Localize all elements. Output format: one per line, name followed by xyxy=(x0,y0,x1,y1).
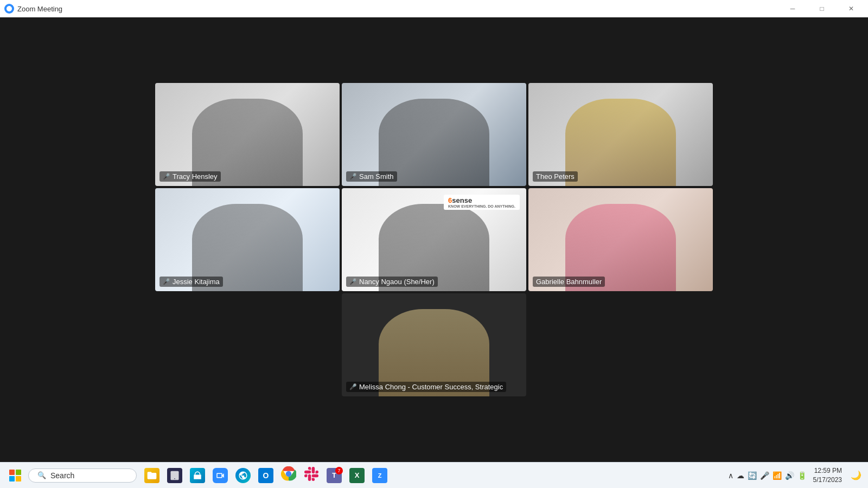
wifi-icon: 📶 xyxy=(773,471,782,480)
meeting-area: 🎤 Tracy Hensley 🎤 Sam Smith Theo Peters xyxy=(0,17,868,462)
taskbar: 🔍 Search xyxy=(0,462,868,488)
zoom-video-icon xyxy=(213,468,228,483)
svg-point-1 xyxy=(174,478,175,479)
maximize-button[interactable]: □ xyxy=(809,0,834,17)
notification-icon[interactable]: 🌙 xyxy=(848,470,864,480)
clock-date: 5/17/2023 xyxy=(813,476,842,485)
empty-cell-right xyxy=(528,293,713,396)
volume-icon[interactable]: 🔊 xyxy=(785,471,794,480)
taskbar-search-bar[interactable]: 🔍 Search xyxy=(28,468,137,483)
system-clock[interactable]: 12:59 PM 5/17/2023 xyxy=(809,466,846,485)
edge-icon xyxy=(235,468,251,483)
video-grid: 🎤 Tracy Hensley 🎤 Sam Smith Theo Peters xyxy=(155,83,713,396)
participant-name-label: 🎤 Melissa Chong - Customer Success, Stra… xyxy=(346,382,506,392)
zoom-logo-icon xyxy=(4,4,14,14)
participant-name-label: 🎤 Nancy Ngaou (She/Her) xyxy=(346,277,438,287)
participant-name: Tracy Hensley xyxy=(173,172,218,181)
windows-logo-icon xyxy=(9,470,21,481)
participant-name: Sam Smith xyxy=(359,172,394,181)
participant-name: Jessie Kitajima xyxy=(173,278,220,286)
search-icon: 🔍 xyxy=(37,471,46,479)
participant-name-label: 🎤 Tracy Hensley xyxy=(159,171,221,182)
chrome-icon xyxy=(281,466,296,484)
empty-cell-left xyxy=(155,293,340,396)
participant-video-tracy-hensley[interactable]: 🎤 Tracy Hensley xyxy=(155,83,340,186)
mute-icon: 🎤 xyxy=(349,278,357,285)
taskbar-app-store[interactable] xyxy=(187,465,208,486)
store-icon xyxy=(190,468,205,483)
participant-name-label: 🎤 Sam Smith xyxy=(346,171,397,182)
slack-icon xyxy=(304,467,318,484)
participant-name-label: Gabrielle Bahnmuller xyxy=(533,277,605,287)
participant-name-label: Theo Peters xyxy=(533,171,578,182)
participant-name: Gabrielle Bahnmuller xyxy=(536,278,602,286)
6sense-logo-overlay: 6sense KNOW EVERYTHING. DO ANYTHING. xyxy=(444,195,520,210)
participant-video-jessie-kitajima[interactable]: 🎤 Jessie Kitajima xyxy=(155,188,340,291)
file-explorer-icon xyxy=(144,468,159,483)
taskbar-app-zoom[interactable]: Z xyxy=(369,465,391,486)
taskbar-app-zoom-video[interactable] xyxy=(209,465,231,486)
mute-icon: 🎤 xyxy=(349,173,357,180)
clock-time: 12:59 PM xyxy=(813,466,842,476)
titlebar-left: Zoom Meeting xyxy=(4,4,62,14)
zoom-icon: Z xyxy=(372,468,387,483)
taskbar-app-outlook[interactable]: O xyxy=(255,465,277,486)
titlebar-title: Zoom Meeting xyxy=(17,5,62,13)
participant-name: Nancy Ngaou (She/Her) xyxy=(359,278,435,286)
taskbar-app-chrome[interactable] xyxy=(278,465,299,486)
participant-video-sam-smith[interactable]: 🎤 Sam Smith xyxy=(342,83,526,186)
mute-icon: 🎤 xyxy=(163,278,170,285)
participant-name: Theo Peters xyxy=(536,172,575,181)
taskbar-app-excel[interactable]: X xyxy=(346,465,368,486)
titlebar: Zoom Meeting ─ □ ✕ xyxy=(0,0,868,17)
start-button[interactable] xyxy=(4,465,26,486)
close-button[interactable]: ✕ xyxy=(839,0,864,17)
taskbar-app-file-explorer[interactable] xyxy=(141,465,163,486)
battery-icon: 🔋 xyxy=(797,471,807,480)
mute-icon: 🎤 xyxy=(163,173,170,180)
participant-video-nancy-ngaou[interactable]: 6sense KNOW EVERYTHING. DO ANYTHING. 🎤 N… xyxy=(342,188,526,291)
titlebar-controls: ─ □ ✕ xyxy=(780,0,864,17)
network-icon: 🔄 xyxy=(748,471,757,480)
taskbar-app-slack[interactable] xyxy=(301,465,322,486)
search-label: Search xyxy=(50,471,74,480)
participant-video-melissa-chong[interactable]: 🎤 Melissa Chong - Customer Success, Stra… xyxy=(342,293,526,396)
participant-video-gabrielle-bahnmuller[interactable]: Gabrielle Bahnmuller xyxy=(528,188,713,291)
taskbar-app-teams[interactable]: T 7 xyxy=(323,465,345,486)
participant-name: Melissa Chong - Customer Success, Strate… xyxy=(359,383,503,391)
teams-notification-badge: 7 xyxy=(335,467,343,474)
excel-icon: X xyxy=(349,468,365,483)
mute-icon: 🎤 xyxy=(349,383,357,390)
participant-name-label: 🎤 Jessie Kitajima xyxy=(159,277,223,287)
outlook-icon: O xyxy=(258,468,273,483)
taskbar-apps: O T 7 xyxy=(141,465,391,486)
microphone-icon[interactable]: 🎤 xyxy=(760,471,769,480)
systray-icons: ∧ ☁ 🔄 🎤 📶 🔊 🔋 xyxy=(728,471,807,480)
svg-point-4 xyxy=(287,472,291,476)
participant-video-theo-peters[interactable]: Theo Peters xyxy=(528,83,713,186)
tablet-icon xyxy=(167,468,182,483)
taskbar-app-tablet[interactable] xyxy=(164,465,186,486)
taskbar-app-edge[interactable] xyxy=(232,465,254,486)
minimize-button[interactable]: ─ xyxy=(780,0,805,17)
taskbar-systray: ∧ ☁ 🔄 🎤 📶 🔊 🔋 12:59 PM 5/17/2023 🌙 xyxy=(728,466,864,485)
chevron-up-icon[interactable]: ∧ xyxy=(728,471,733,480)
onedrive-icon: ☁ xyxy=(737,471,744,480)
